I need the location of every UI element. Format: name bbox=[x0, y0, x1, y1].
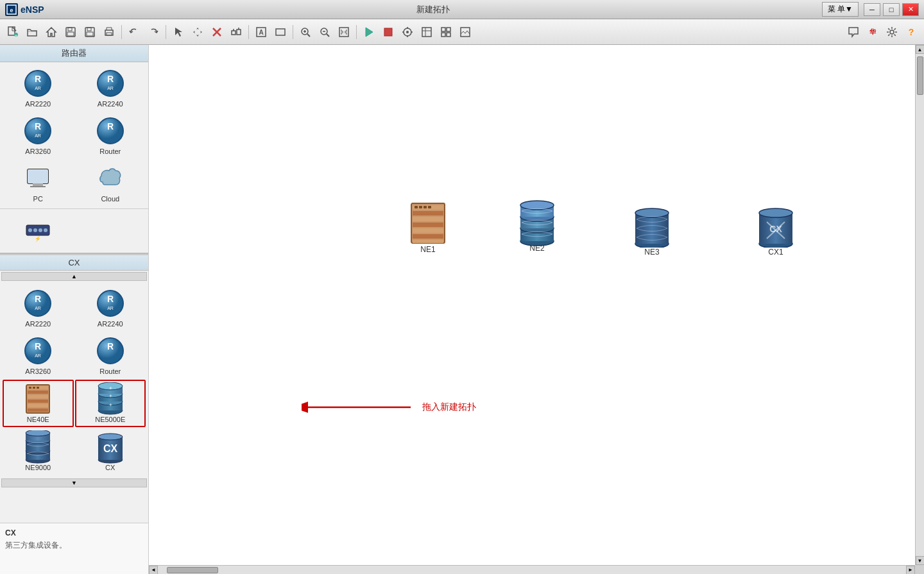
horizontal-scrollbar[interactable]: ◄ ► bbox=[149, 565, 915, 574]
canvas-cx1[interactable]: CX CX1 bbox=[757, 208, 795, 257]
cx-device-scroll[interactable]: ▲ R AR AR2220 bbox=[0, 271, 148, 523]
svg-line-24 bbox=[307, 34, 310, 37]
svg-point-109 bbox=[98, 434, 123, 440]
ar3260-icon: R AR bbox=[22, 115, 53, 146]
rect-button[interactable] bbox=[271, 23, 289, 41]
device-pc[interactable]: PC bbox=[3, 160, 74, 206]
router-section-header: 路由器 bbox=[0, 45, 148, 62]
svg-point-65 bbox=[33, 228, 37, 232]
save-button[interactable] bbox=[62, 23, 80, 41]
maximize-button[interactable]: □ bbox=[883, 3, 900, 16]
hub-icon: ⚡ bbox=[22, 215, 53, 246]
minimize-button[interactable]: ─ bbox=[864, 3, 880, 16]
grid-button[interactable] bbox=[437, 23, 455, 41]
toolbar: + + A bbox=[0, 19, 924, 45]
svg-rect-45 bbox=[447, 33, 450, 37]
chat-button[interactable] bbox=[844, 23, 862, 41]
scroll-right-arrow[interactable]: ► bbox=[906, 566, 915, 575]
device-ar2220[interactable]: R AR AR2220 bbox=[3, 65, 74, 111]
cx-ar2220[interactable]: R AR AR2220 bbox=[3, 285, 74, 331]
scroll-up-arrow[interactable]: ▲ bbox=[916, 45, 925, 54]
huawei-button[interactable]: 华 bbox=[864, 23, 882, 41]
ar2220-label: AR2220 bbox=[25, 100, 51, 108]
ar2240-label: AR2240 bbox=[98, 100, 123, 108]
cx-ne9000[interactable]: NE9000 bbox=[3, 428, 74, 475]
custom-button[interactable] bbox=[227, 23, 245, 41]
capture-button[interactable] bbox=[398, 23, 416, 41]
device-ar2240[interactable]: R AR AR2240 bbox=[75, 65, 146, 111]
cloud-icon bbox=[95, 163, 126, 194]
svg-text:AR: AR bbox=[35, 306, 41, 310]
fit-button[interactable] bbox=[335, 23, 353, 41]
svg-line-28 bbox=[327, 34, 329, 37]
canvas-ne3[interactable]: NE3 bbox=[633, 208, 671, 257]
router-label: Router bbox=[99, 148, 121, 155]
svg-rect-17 bbox=[237, 30, 241, 35]
device-hub[interactable]: ⚡ bbox=[3, 212, 74, 250]
undo-button[interactable] bbox=[125, 23, 143, 41]
description-area: CX 第三方集成设备。 bbox=[0, 523, 148, 574]
cx-ar2240[interactable]: R AR AR2240 bbox=[75, 285, 146, 331]
ne3-icon bbox=[633, 208, 671, 246]
canvas-ne1[interactable]: NE1 bbox=[409, 205, 447, 254]
scroll-down-arrow[interactable]: ▼ bbox=[916, 556, 925, 565]
zoom-out-button[interactable] bbox=[316, 23, 334, 41]
close-button[interactable]: ✕ bbox=[902, 3, 919, 16]
svg-point-106 bbox=[26, 430, 50, 436]
svg-marker-31 bbox=[366, 28, 373, 37]
cx-ne5000e[interactable]: ✦ ✦ ✦ bbox=[75, 380, 146, 427]
cx1-label: CX1 bbox=[768, 248, 783, 257]
canvas-area[interactable]: NE1 bbox=[149, 45, 924, 574]
cx-ar3260[interactable]: R AR AR3260 bbox=[3, 332, 74, 378]
select-button[interactable] bbox=[169, 23, 187, 41]
svg-text:A: A bbox=[259, 29, 263, 36]
ne2-icon bbox=[518, 204, 556, 242]
play-button[interactable] bbox=[360, 23, 378, 41]
device-cloud[interactable]: Cloud bbox=[75, 160, 146, 206]
svg-text:R: R bbox=[35, 74, 41, 84]
svg-text:✦: ✦ bbox=[108, 402, 112, 408]
open-button[interactable] bbox=[23, 23, 41, 41]
svg-rect-88 bbox=[33, 387, 35, 389]
cx-cx[interactable]: CX CX bbox=[75, 428, 146, 475]
zoom-in-button[interactable] bbox=[296, 23, 314, 41]
saveas-button[interactable]: + bbox=[81, 23, 99, 41]
main-layout: 路由器 R AR AR2220 bbox=[0, 45, 924, 574]
vertical-scrollbar[interactable]: ▲ ▼ bbox=[915, 45, 924, 565]
cx-ne40e[interactable]: NE40E bbox=[3, 380, 74, 427]
new-button[interactable]: + bbox=[4, 23, 22, 41]
vertical-scroll-thumb[interactable] bbox=[917, 56, 923, 95]
ne1-icon bbox=[409, 205, 447, 244]
text-button[interactable]: A bbox=[252, 23, 270, 41]
move-button[interactable] bbox=[189, 23, 207, 41]
scroll-down-btn[interactable]: ▼ bbox=[1, 478, 147, 487]
horizontal-scroll-thumb[interactable] bbox=[167, 567, 218, 573]
bg-button[interactable] bbox=[456, 23, 474, 41]
app-logo: e eNSP bbox=[5, 3, 44, 16]
home-button[interactable] bbox=[42, 23, 60, 41]
svg-text:R: R bbox=[35, 294, 41, 304]
router-icon: R bbox=[95, 115, 126, 146]
print-button[interactable] bbox=[100, 23, 118, 41]
device-router[interactable]: R Router bbox=[75, 112, 146, 158]
scroll-up-btn[interactable]: ▲ bbox=[1, 272, 147, 281]
help-button[interactable]: ? bbox=[902, 23, 920, 41]
topo-button[interactable] bbox=[418, 23, 436, 41]
canvas-ne2[interactable]: NE2 bbox=[518, 204, 556, 253]
settings-button[interactable] bbox=[883, 23, 901, 41]
delete-button[interactable] bbox=[208, 23, 226, 41]
ne5000e-sidebar-icon: ✦ ✦ ✦ bbox=[95, 384, 126, 414]
svg-text:✦: ✦ bbox=[108, 393, 112, 399]
stop-button[interactable] bbox=[379, 23, 397, 41]
logo-icon: e bbox=[5, 3, 18, 16]
menu-button[interactable]: 菜 单▼ bbox=[822, 2, 859, 17]
cx-router[interactable]: R Router bbox=[75, 332, 146, 378]
svg-rect-115 bbox=[413, 223, 443, 227]
svg-rect-42 bbox=[441, 28, 445, 31]
device-ar3260[interactable]: R AR AR3260 bbox=[3, 112, 74, 158]
svg-text:AR: AR bbox=[35, 133, 41, 138]
ar2240-icon: R AR bbox=[95, 68, 126, 99]
scroll-left-arrow[interactable]: ◄ bbox=[149, 566, 158, 575]
svg-rect-116 bbox=[413, 228, 443, 233]
redo-button[interactable] bbox=[144, 23, 162, 41]
